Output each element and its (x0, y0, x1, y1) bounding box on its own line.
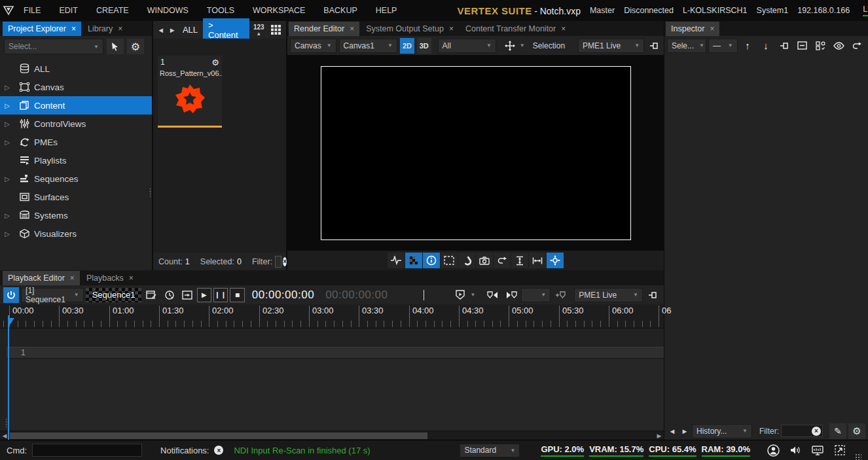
pixel-inspect-icon[interactable] (405, 253, 422, 268)
expand-arrow-icon[interactable]: ▷ (0, 139, 14, 146)
render-canvas[interactable] (321, 66, 631, 240)
history-dropdown[interactable]: History...▼ (692, 424, 752, 438)
tab-project-explorer[interactable]: Project Explorer× (3, 22, 81, 36)
close-tab-icon[interactable]: × (350, 24, 354, 33)
breadcrumb-all[interactable]: ALL (183, 25, 198, 35)
tree-item-sequences[interactable]: ▷ Sequences (0, 169, 152, 188)
timeline-body[interactable]: 1 ⋮⋮ (0, 328, 664, 431)
clear-filter-icon[interactable]: × (283, 257, 287, 266)
info-overlay-icon[interactable] (423, 253, 440, 268)
command-input[interactable] (32, 444, 142, 457)
expand-arrow-icon[interactable]: ▷ (0, 102, 14, 109)
canvas-mode-dropdown[interactable]: Canvas▼ (290, 39, 336, 53)
play-button[interactable]: ▶ (197, 288, 211, 302)
close-tab-icon[interactable]: × (129, 274, 134, 283)
pause-button[interactable]: ❙❙ (213, 288, 228, 302)
selection-mode-label[interactable]: Selection (533, 41, 565, 50)
nav-back-icon[interactable]: ◄ (156, 24, 166, 37)
expand-arrow-icon[interactable]: ▷ (0, 175, 14, 183)
expand-arrow-icon[interactable]: ▷ (0, 120, 14, 128)
fit-height-icon[interactable] (511, 253, 528, 268)
expand-arrow-icon[interactable]: ▷ (0, 230, 14, 238)
close-tab-icon[interactable]: × (710, 24, 714, 33)
visibility-eye-icon[interactable] (831, 38, 847, 54)
fit-width-icon[interactable] (529, 253, 546, 268)
playhead-flag[interactable] (9, 318, 14, 326)
previous-cue-icon[interactable] (485, 287, 501, 303)
tab-inspector[interactable]: Inspector× (666, 22, 719, 36)
pme-live-dropdown[interactable]: PME1 Live▼ (574, 288, 643, 302)
inspector-select-dropdown[interactable]: Sele...▼ (667, 39, 706, 53)
pin-icon[interactable] (776, 38, 792, 54)
snap-magnet-icon[interactable] (458, 253, 475, 268)
expand-arrow-icon[interactable]: ▷ (0, 212, 14, 219)
checklist-icon[interactable] (812, 38, 829, 54)
render-viewport[interactable] (287, 55, 664, 251)
cursor-tool-icon[interactable] (107, 39, 124, 54)
performance-graph-icon[interactable] (388, 253, 405, 268)
sequence-name-chip[interactable]: Sequence1 (86, 288, 142, 302)
screenshot-camera-icon[interactable] (476, 253, 493, 268)
panel-resize-handle[interactable]: ⋮⋮ (3, 420, 10, 425)
menu-edit[interactable]: EDIT (50, 6, 86, 15)
tree-item-surfaces[interactable]: Surfaces (0, 188, 152, 206)
playhead-line[interactable] (8, 315, 9, 460)
goto-start-icon[interactable] (179, 287, 195, 303)
gizmo-move-icon[interactable] (547, 253, 564, 268)
grid-view-icon[interactable] (268, 22, 283, 38)
settings-gear-icon[interactable]: ⚙ (848, 423, 865, 439)
settings-gear-icon[interactable]: ⚙ (127, 39, 144, 54)
timeline-scrollbar[interactable]: ◀ ▶ (0, 431, 664, 440)
scrollbar-thumb[interactable] (10, 433, 427, 439)
view-3d-button[interactable]: 3D (417, 38, 431, 54)
tab-content-transfer-monitor[interactable]: Content Transfer Monitor× (460, 22, 571, 36)
resize-grip[interactable] (855, 453, 861, 460)
dismiss-notification-icon[interactable]: × (214, 446, 223, 455)
nav-forward-icon[interactable]: ► (167, 24, 177, 37)
tab-system-output-setup[interactable]: System Output Setup× (361, 22, 459, 36)
tree-item-all[interactable]: ALL (0, 60, 152, 78)
menu-backup[interactable]: BACKUP (314, 6, 366, 15)
sort-numeric-button[interactable]: 123▲ (251, 23, 267, 37)
canvas-select-dropdown[interactable]: Canvas1▼ (339, 39, 397, 53)
content-filter-input[interactable] (275, 256, 281, 268)
pan-tool-icon[interactable] (503, 38, 517, 54)
history-forward-icon[interactable]: ► (679, 425, 690, 438)
tab-render-editor[interactable]: Render Editor× (289, 22, 359, 36)
menu-create[interactable]: CREATE (87, 6, 138, 15)
menu-windows[interactable]: WINDOWS (138, 6, 198, 15)
tree-item-canvas[interactable]: ▷ Canvas (0, 78, 152, 96)
move-up-icon[interactable]: ↑ (740, 38, 756, 54)
user-account-icon[interactable] (765, 444, 782, 457)
cue-select-dropdown[interactable]: ▼ (521, 288, 551, 302)
view-2d-button[interactable]: 2D (400, 38, 414, 54)
expand-arrow-icon[interactable]: ▷ (0, 84, 14, 91)
tree-item-controlviews[interactable]: ▷ ControlViews (0, 115, 152, 133)
duplicate-window-icon[interactable] (794, 38, 810, 54)
tab-playback-editor[interactable]: Playback Editor× (3, 271, 80, 285)
pan-tool-caret[interactable]: ▼ (520, 44, 525, 47)
tree-item-systems[interactable]: ▷ Systems (0, 206, 152, 224)
edit-pencil-icon[interactable]: ✎ (829, 423, 846, 439)
fullscreen-icon[interactable] (831, 445, 848, 455)
timecode-clock-icon[interactable] (162, 287, 177, 303)
cue-flag-caret[interactable]: ▼ (470, 294, 475, 296)
select-dropdown[interactable]: Select...▼ (4, 39, 103, 54)
content-item-gear-icon[interactable]: ⚙ (211, 58, 219, 67)
tree-item-visualizers[interactable]: ▷ Visualizers (0, 224, 152, 243)
audio-volume-icon[interactable] (787, 446, 804, 455)
layer-filter-dropdown[interactable]: All▼ (438, 39, 496, 53)
next-cue-icon[interactable] (503, 287, 518, 303)
timeline-ruler[interactable]: 00:00 00:30 01:00 01:30 02:00 02:30 03:0… (0, 304, 664, 328)
tab-library[interactable]: Library× (82, 22, 128, 36)
tree-item-pmes[interactable]: ▷ PMEs (0, 133, 152, 151)
close-tab-icon[interactable]: × (71, 24, 76, 33)
pin-icon[interactable] (645, 287, 660, 303)
tab-playbacks[interactable]: Playbacks× (81, 271, 139, 285)
power-button[interactable] (3, 287, 19, 303)
menu-tools[interactable]: TOOLS (198, 6, 244, 15)
content-item-card[interactable]: 1 ⚙ Ross_Pattern_v06... (158, 56, 222, 128)
edit-sequence-icon[interactable] (143, 287, 159, 303)
close-tab-icon[interactable]: × (70, 274, 75, 283)
menu-file[interactable]: FILE (14, 6, 50, 15)
